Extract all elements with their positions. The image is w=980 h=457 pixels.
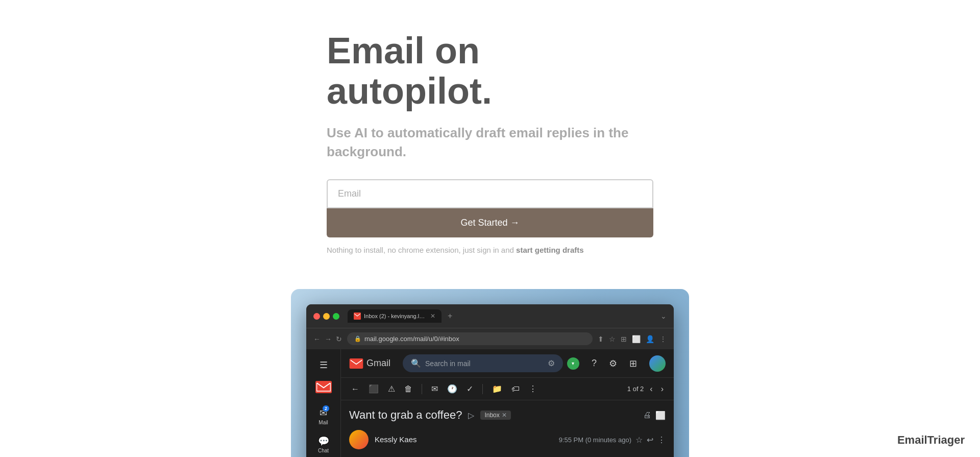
gmail-m-icon [315, 381, 332, 393]
get-started-button[interactable]: Get Started → [327, 208, 653, 237]
sender-name: Kessly Kaes [375, 435, 417, 444]
inbox-badge-text: Inbox [484, 412, 499, 419]
chat-icon: 💬 [318, 436, 329, 447]
next-email-icon[interactable]: › [659, 382, 666, 396]
help-icon[interactable]: ? [592, 358, 597, 369]
move-icon[interactable]: 📁 [490, 382, 504, 396]
sender-avatar [349, 430, 369, 449]
brand-watermark: EmailTriager [897, 434, 965, 447]
hamburger-icon[interactable]: ☰ [315, 355, 332, 375]
reply-icon[interactable]: ↩ [647, 435, 653, 445]
email-header-row: Kessly Kaes 9:55 PM (0 minutes ago) ☆ ↩ … [349, 430, 666, 449]
label-icon[interactable]: 🏷 [509, 382, 522, 396]
nav-buttons: ← → ↻ [313, 335, 342, 343]
email-direction-icon: ▷ [468, 411, 474, 420]
sender-info: Kessly Kaes [375, 435, 553, 444]
traffic-lights [313, 313, 339, 320]
timestamp-text: 9:55 PM (0 minutes ago) [559, 436, 631, 444]
split-view-icon[interactable]: ⬜ [632, 335, 641, 343]
search-icon: 🔍 [411, 358, 421, 368]
back-icon[interactable]: ← [313, 335, 321, 343]
sidebar-item-chat[interactable]: 💬 Chat [309, 431, 338, 457]
email-subject-row: Want to grab a coffee? ▷ Inbox ✕ 🖨 ⬜ [349, 408, 666, 422]
back-to-inbox-icon[interactable]: ← [349, 382, 361, 396]
share-icon[interactable]: ⬆ [598, 335, 604, 343]
gmail-logo-area: Gmail [349, 358, 390, 369]
browser-topbar: Inbox (2) - kevinyang.lyna@gm... ✕ + ⌄ [306, 304, 674, 328]
timestamp-icons: ☆ ↩ ⋮ [635, 435, 666, 445]
tab-title: Inbox (2) - kevinyang.lyna@gm... [364, 313, 425, 319]
refresh-icon[interactable]: ↻ [336, 335, 342, 343]
menu-icon[interactable]: ⋮ [659, 335, 667, 343]
extensions-icon[interactable]: ⊞ [621, 335, 627, 343]
address-text: mail.google.com/mail/u/0/#inbox [364, 335, 459, 343]
new-tab-icon[interactable]: + [448, 311, 452, 321]
prev-email-icon[interactable]: ‹ [648, 382, 654, 396]
browser-window: Inbox (2) - kevinyang.lyna@gm... ✕ + ⌄ ←… [306, 304, 674, 457]
divider2 [482, 384, 483, 394]
gmail-search-bar[interactable]: 🔍 Search in mail ⚙ [403, 354, 563, 372]
gmail-text: Gmail [366, 358, 390, 369]
star-icon[interactable]: ☆ [635, 435, 643, 445]
gmail-sidebar: ☰ ✉ 2 Mail [306, 349, 341, 457]
hero-title: Email on autopilot. [327, 31, 653, 111]
traffic-light-green[interactable] [333, 313, 339, 320]
mail-icon: ✉ 2 [320, 407, 327, 419]
svg-rect-2 [350, 358, 363, 369]
gmail-logo-icon [349, 358, 363, 369]
user-avatar[interactable] [649, 355, 666, 372]
bookmark-icon[interactable]: ☆ [609, 335, 616, 343]
more-icon[interactable]: ⋮ [657, 435, 666, 445]
more-actions-icon[interactable]: ⋮ [527, 382, 539, 396]
email-input[interactable] [327, 179, 653, 208]
address-field[interactable]: 🔒 mail.google.com/mail/u/0/#inbox [347, 332, 593, 345]
gmail-toolbar: Gmail 🔍 Search in mail ⚙ ▾ ? [341, 349, 674, 378]
gmail-toolbar-right: ▾ ? ⚙ ⊞ [567, 355, 666, 372]
email-icon[interactable]: ✉ [429, 382, 440, 396]
hero-subtitle: Use AI to automatically draft email repl… [327, 124, 643, 161]
report-icon[interactable]: ⚠ [386, 382, 397, 396]
archive-icon[interactable]: ⬛ [366, 382, 381, 396]
add-task-icon[interactable]: ✓ [464, 382, 475, 396]
badge-close-icon[interactable]: ✕ [502, 412, 507, 419]
mail-badge: 2 [323, 405, 329, 412]
status-chevron: ▾ [572, 360, 574, 366]
email-pagination: 1 of 2 ‹ › [627, 382, 666, 396]
snooze-icon[interactable]: 🕐 [445, 382, 459, 396]
browser-mockup: Inbox (2) - kevinyang.lyna@gm... ✕ + ⌄ ←… [291, 289, 689, 457]
gmail-main: Gmail 🔍 Search in mail ⚙ ▾ ? [341, 349, 674, 457]
browser-addressbar: ← → ↻ 🔒 mail.google.com/mail/u/0/#inbox … [306, 328, 674, 349]
divider [422, 384, 422, 394]
apps-icon[interactable]: ⊞ [629, 358, 637, 369]
traffic-light-red[interactable] [313, 313, 320, 320]
sidebar-chat-label: Chat [318, 448, 329, 453]
forward-icon[interactable]: → [325, 335, 332, 343]
browser-tab[interactable]: Inbox (2) - kevinyang.lyna@gm... ✕ [348, 309, 442, 323]
browser-topbar-right: ⌄ [660, 312, 667, 320]
pagination-text: 1 of 2 [627, 385, 644, 393]
email-timestamp: 9:55 PM (0 minutes ago) ☆ ↩ ⋮ [559, 435, 666, 445]
profile-icon[interactable]: 👤 [646, 335, 654, 343]
hero-section: Email on autopilot. Use AI to automatica… [316, 31, 664, 279]
sidebar-mail-label: Mail [318, 420, 328, 425]
print-icon[interactable]: 🖨 [643, 411, 651, 420]
search-filter-icon[interactable]: ⚙ [548, 358, 555, 368]
delete-icon[interactable]: 🗑 [402, 382, 414, 396]
inbox-badge: Inbox ✕ [480, 411, 510, 420]
tagline: Nothing to install, no chrome extension,… [327, 246, 584, 254]
tab-close-icon[interactable]: ✕ [430, 312, 435, 320]
email-top-actions: 🖨 ⬜ [643, 411, 666, 420]
email-form: Get Started → [327, 179, 653, 237]
gmail-container: ☰ ✉ 2 Mail [306, 349, 674, 457]
lock-icon: 🔒 [354, 335, 361, 342]
email-subject: Want to grab a coffee? [349, 408, 462, 422]
email-action-bar: ← ⬛ ⚠ 🗑 ✉ 🕐 ✓ 📁 🏷 ⋮ 1 of 2 [341, 378, 674, 400]
open-new-icon[interactable]: ⬜ [655, 411, 666, 420]
traffic-light-yellow[interactable] [323, 313, 330, 320]
sidebar-item-mail[interactable]: ✉ 2 Mail [309, 403, 338, 429]
settings-icon[interactable]: ⚙ [609, 358, 617, 369]
search-placeholder: Search in mail [425, 359, 544, 368]
addressbar-actions: ⬆ ☆ ⊞ ⬜ 👤 ⋮ [598, 335, 667, 343]
email-content-area: Want to grab a coffee? ▷ Inbox ✕ 🖨 ⬜ [341, 400, 674, 457]
status-indicator[interactable]: ▾ [567, 357, 579, 370]
